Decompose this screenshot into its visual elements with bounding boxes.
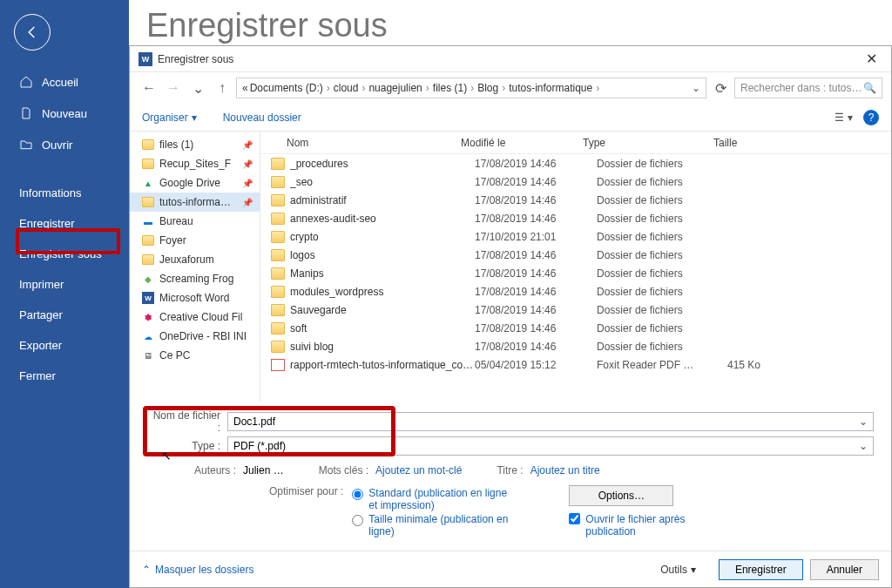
refresh-button[interactable]: ⟳ (710, 78, 731, 98)
new-folder-button[interactable]: Nouveau dossier (223, 112, 301, 124)
nav-label: Accueil (42, 76, 78, 89)
breadcrumb-segment[interactable]: files (1) (433, 82, 467, 94)
column-headers[interactable]: Nom Modifié le Type Taille (260, 132, 891, 154)
filetype-select[interactable]: PDF (*.pdf) (227, 436, 874, 456)
folder-tree[interactable]: files (1)📌Recup_Sites_F📌▲Google Drive📌tu… (130, 132, 260, 402)
creative-cloud-icon: ✽ (142, 311, 154, 323)
tree-item[interactable]: Foyer (142, 231, 260, 250)
file-date: 17/08/2019 14:46 (475, 267, 597, 280)
file-name: administratif (290, 194, 475, 206)
chevron-down-icon: ▾ (691, 564, 696, 576)
back-button[interactable] (14, 14, 51, 51)
pin-icon: 📌 (242, 159, 253, 169)
breadcrumb-segment[interactable]: tutos-informatique (509, 82, 592, 94)
tree-item[interactable]: ☁OneDrive - RBI INI (142, 327, 260, 346)
cancel-button[interactable]: Annuler (810, 559, 879, 580)
nav-informations[interactable]: Informations (0, 178, 129, 208)
file-name: rapport-rmtech-tutos-informatique_com… (290, 359, 475, 371)
nav-recent-dropdown[interactable]: ⌄ (187, 78, 208, 98)
word-icon: W (142, 292, 154, 304)
file-row[interactable]: crypto17/10/2019 21:01Dossier de fichier… (260, 227, 891, 246)
tree-item[interactable]: WMicrosoft Word (142, 288, 260, 308)
save-button[interactable]: Enregistrer (719, 559, 803, 580)
open-after-checkbox[interactable]: Ouvrir le fichier après publication (569, 513, 725, 537)
nav-exporter[interactable]: Exporter (0, 330, 129, 361)
tree-label: Microsoft Word (159, 292, 229, 304)
nav-nouveau[interactable]: Nouveau (0, 98, 129, 129)
file-date: 17/08/2019 14:46 (475, 158, 597, 170)
breadcrumb-segment[interactable]: Documents (D:) (250, 82, 323, 94)
folder-icon (142, 235, 154, 246)
folder-icon (271, 231, 285, 243)
search-input[interactable]: Rechercher dans : tutos-infor… 🔍 (734, 78, 882, 98)
tree-item[interactable]: tutos-informa…📌 (130, 193, 260, 212)
file-row[interactable]: modules_wordpress17/08/2019 14:46Dossier… (260, 282, 891, 301)
file-row[interactable]: soft17/08/2019 14:46Dossier de fichiers (260, 319, 891, 337)
tree-item[interactable]: ◆Screaming Frog (142, 269, 260, 288)
column-name[interactable]: Nom (287, 137, 461, 149)
folder-icon (271, 249, 285, 261)
tree-item[interactable]: ▲Google Drive📌 (142, 173, 260, 193)
file-type: Dossier de fichiers (597, 231, 727, 243)
nav-enregistrer[interactable]: Enregistrer (0, 208, 129, 239)
tree-item[interactable]: Recup_Sites_F📌 (142, 154, 260, 173)
file-date: 05/04/2019 15:12 (475, 359, 597, 371)
column-size[interactable]: Taille (713, 137, 783, 149)
chevron-down-icon[interactable]: ⌄ (692, 82, 700, 94)
word-backstage-sidebar: Accueil Nouveau Ouvrir Informations Enre… (0, 0, 129, 588)
tree-item[interactable]: ✽Creative Cloud Fil (142, 308, 260, 327)
nav-fermer[interactable]: Fermer (0, 361, 129, 391)
nav-imprimer[interactable]: Imprimer (0, 269, 129, 300)
filename-input[interactable]: Doc1.pdf (227, 412, 874, 431)
breadcrumb-segment[interactable]: cloud (334, 82, 359, 94)
tree-label: Screaming Frog (159, 273, 233, 285)
file-row[interactable]: _procedures17/08/2019 14:46Dossier de fi… (260, 154, 891, 172)
tree-label: Jeuxaforum (159, 253, 214, 266)
nav-back-button[interactable]: ← (139, 78, 159, 98)
close-button[interactable]: ✕ (861, 51, 882, 67)
folder-icon (271, 286, 285, 298)
tree-label: Bureau (159, 215, 193, 227)
toolbar-row: Organiser▾ Nouveau dossier ☰▾ ? (130, 104, 891, 132)
filetype-label: Type : (147, 440, 227, 452)
column-type[interactable]: Type (583, 137, 713, 149)
radio-minimal[interactable]: Taille minimale (publication en ligne) (352, 513, 517, 537)
file-row[interactable]: logos17/08/2019 14:46Dossier de fichiers (260, 246, 891, 264)
column-date[interactable]: Modifié le (461, 137, 583, 149)
file-type: Dossier de fichiers (597, 341, 727, 353)
breadcrumb-segment[interactable]: nuagejulien (368, 82, 422, 94)
tree-item[interactable]: Jeuxaforum (142, 250, 260, 269)
tree-item[interactable]: 🖥Ce PC (142, 346, 260, 365)
authors-label: Auteurs : (194, 464, 236, 476)
title-input[interactable]: Ajoutez un titre (530, 464, 600, 476)
file-date: 17/08/2019 14:46 (475, 322, 597, 335)
explorer-area: files (1)📌Recup_Sites_F📌▲Google Drive📌tu… (130, 132, 891, 402)
nav-up-button[interactable]: ↑ (212, 78, 233, 98)
breadcrumb-segment[interactable]: Blog (477, 82, 498, 94)
nav-ouvrir[interactable]: Ouvrir (0, 129, 129, 160)
folder-icon (142, 254, 154, 265)
file-row[interactable]: administratif17/08/2019 14:46Dossier de … (260, 191, 891, 209)
authors-value[interactable]: Julien … (243, 464, 284, 476)
options-button[interactable]: Options… (569, 485, 673, 506)
file-row[interactable]: _seo17/08/2019 14:46Dossier de fichiers (260, 172, 891, 191)
hide-folders-toggle[interactable]: ⌃Masquer les dossiers (142, 564, 253, 576)
radio-standard[interactable]: Standard (publication en ligne et impres… (352, 487, 517, 511)
file-row[interactable]: suivi blog17/08/2019 14:46Dossier de fic… (260, 337, 891, 355)
nav-enregistrer-sous[interactable]: Enregistrer sous (0, 239, 129, 269)
nav-partager[interactable]: Partager (0, 300, 129, 330)
tools-menu[interactable]: Outils▾ (660, 564, 696, 576)
file-row[interactable]: Manips17/08/2019 14:46Dossier de fichier… (260, 264, 891, 282)
tags-input[interactable]: Ajoutez un mot-clé (375, 464, 462, 476)
file-row[interactable]: Sauvegarde17/08/2019 14:46Dossier de fic… (260, 301, 891, 319)
help-button[interactable]: ? (863, 110, 879, 125)
file-name: modules_wordpress (290, 286, 475, 298)
breadcrumb-bar[interactable]: « Documents (D:)› cloud› nuagejulien› fi… (236, 78, 706, 98)
nav-accueil[interactable]: Accueil (0, 66, 129, 98)
view-mode-button[interactable]: ☰▾ (835, 112, 853, 124)
file-row[interactable]: annexes-audit-seo17/08/2019 14:46Dossier… (260, 209, 891, 227)
tree-item[interactable]: files (1)📌 (142, 135, 260, 154)
organize-menu[interactable]: Organiser▾ (142, 112, 197, 124)
tree-item[interactable]: ▬Bureau (142, 212, 260, 231)
file-row[interactable]: rapport-rmtech-tutos-informatique_com…05… (260, 355, 891, 374)
